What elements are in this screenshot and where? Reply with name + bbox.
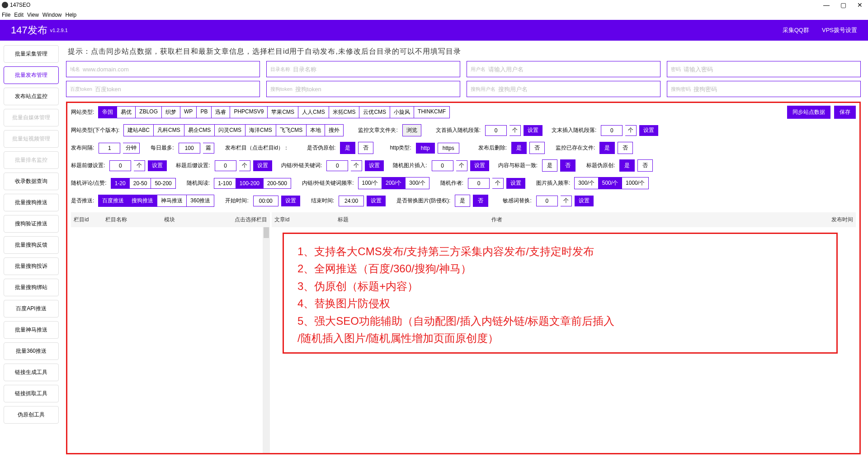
site-type-苹果CMS[interactable]: 苹果CMS (267, 106, 298, 118)
sidebar-item-15[interactable]: 链接生成工具 (4, 364, 59, 381)
site-type-帝国[interactable]: 帝国 (98, 106, 117, 118)
site-type-PHPCMSV9[interactable]: PHPCMSV9 (230, 106, 268, 118)
save-button[interactable]: 保存 (834, 106, 856, 119)
sidebar-item-14[interactable]: 批量360推送 (4, 342, 59, 360)
sidebar-item-5[interactable]: 批量排名监控 (4, 151, 59, 169)
menu-window[interactable]: Window (42, 12, 62, 18)
title-suf-input[interactable] (215, 160, 236, 171)
sensitive-input[interactable] (536, 196, 558, 206)
text-input[interactable] (693, 86, 857, 93)
freq-opt-3[interactable]: 300/个 (405, 177, 429, 189)
https-option[interactable]: https (438, 143, 459, 154)
title-pre-input[interactable] (109, 160, 131, 171)
text-input[interactable] (95, 86, 256, 93)
text-input[interactable] (295, 86, 456, 93)
push-baidu[interactable]: 百度推送 (98, 195, 128, 207)
window-minimize[interactable]: — (823, 1, 830, 9)
title-fake-no[interactable]: 否 (637, 159, 653, 172)
end-time-input[interactable] (339, 196, 364, 206)
next-type-飞飞CMS[interactable]: 飞飞CMS (276, 124, 307, 136)
title-pre-set[interactable]: 设置 (148, 160, 167, 171)
site-type-迅睿[interactable]: 迅睿 (211, 106, 230, 118)
text-input[interactable] (684, 66, 857, 73)
next-type-建站ABC[interactable]: 建站ABC (123, 124, 154, 136)
replace-img-yes[interactable]: 是 (455, 195, 470, 207)
menu-file[interactable]: File (2, 12, 10, 18)
link-vps-dial[interactable]: VPS拨号设置 (822, 26, 857, 34)
img-freq-opt-2[interactable]: 500/个 (598, 177, 622, 189)
site-type-PB[interactable]: PB (196, 106, 212, 118)
rand-author-set[interactable]: 设置 (506, 178, 525, 189)
del-after-yes[interactable]: 是 (511, 142, 527, 154)
title-suf-set[interactable]: 设置 (253, 160, 272, 171)
sidebar-item-17[interactable]: 伪原创工具 (4, 406, 59, 424)
sidebar-item-9[interactable]: 批量搜狗反馈 (4, 236, 59, 254)
sidebar-item-4[interactable]: 批量短视频管理 (4, 130, 59, 148)
rand-img-input[interactable] (432, 160, 453, 171)
front-insert-set[interactable]: 设置 (524, 125, 542, 136)
title-fake-yes[interactable]: 是 (619, 159, 635, 172)
push-360[interactable]: 360推送 (186, 195, 214, 207)
sidebar-item-16[interactable]: 链接抓取工具 (4, 385, 59, 402)
rand-author-input[interactable] (468, 178, 490, 189)
comment-opt-2[interactable]: 20-50 (129, 178, 151, 189)
site-type-小旋风[interactable]: 小旋风 (390, 106, 414, 118)
site-type-织梦[interactable]: 织梦 (161, 106, 180, 118)
site-type-WP[interactable]: WP (180, 106, 197, 118)
comment-opt-1[interactable]: 1-20 (111, 178, 130, 189)
img-freq-opt-3[interactable]: 1000/个 (622, 177, 649, 189)
start-time-input[interactable] (253, 196, 278, 206)
interval-input[interactable] (99, 143, 120, 154)
end-insert-input[interactable] (601, 125, 623, 136)
fake-orig-yes[interactable]: 是 (340, 142, 355, 154)
sidebar-item-13[interactable]: 批量神马推送 (4, 321, 59, 339)
next-type-易企CMS[interactable]: 易企CMS (184, 124, 215, 136)
monitor-exist-no[interactable]: 否 (618, 142, 633, 154)
site-type-THINKCMF[interactable]: THINKCMF (414, 106, 450, 118)
freq-opt-1[interactable]: 100/个 (358, 177, 382, 189)
menu-edit[interactable]: Edit (14, 12, 24, 18)
sidebar-item-2[interactable]: 发布站点监控 (4, 88, 59, 105)
text-input[interactable] (83, 66, 256, 73)
read-opt-1[interactable]: 1-100 (214, 178, 236, 189)
freq-opt-2[interactable]: 200/个 (382, 177, 406, 189)
next-type-海洋CMS[interactable]: 海洋CMS (245, 124, 276, 136)
rand-img-set[interactable]: 设置 (470, 160, 489, 171)
text-input[interactable] (293, 66, 456, 73)
site-type-云优CMS[interactable]: 云优CMS (359, 106, 390, 118)
read-opt-3[interactable]: 200-500 (263, 178, 291, 189)
title-match-no[interactable]: 否 (560, 159, 576, 172)
sidebar-item-12[interactable]: 百度API推送 (4, 300, 59, 318)
browse-button[interactable]: 浏览 (402, 124, 421, 136)
push-sogou[interactable]: 搜狗推送 (127, 195, 157, 207)
read-opt-2[interactable]: 100-200 (236, 178, 264, 189)
title-match-yes[interactable]: 是 (542, 159, 557, 172)
end-insert-set[interactable]: 设置 (639, 125, 658, 136)
sync-site-button[interactable]: 同步站点数据 (787, 106, 830, 119)
site-type-人人CMS[interactable]: 人人CMS (298, 106, 329, 118)
menu-view[interactable]: View (27, 12, 39, 18)
fake-orig-no[interactable]: 否 (358, 142, 373, 154)
next-type-本地[interactable]: 本地 (306, 124, 325, 136)
sidebar-item-0[interactable]: 批量采集管理 (4, 45, 59, 63)
sidebar-item-1[interactable]: 批量发布管理 (4, 66, 59, 84)
site-type-ZBLOG[interactable]: ZBLOG (135, 106, 162, 118)
http-option[interactable]: http (416, 143, 435, 154)
front-insert-input[interactable] (485, 125, 507, 136)
sensitive-set[interactable]: 设置 (575, 196, 594, 206)
img-freq-opt-1[interactable]: 300/个 (574, 177, 598, 189)
menu-help[interactable]: Help (66, 12, 77, 18)
sidebar-item-7[interactable]: 批量搜狗推送 (4, 194, 59, 211)
sidebar-item-8[interactable]: 搜狗验证推送 (4, 215, 59, 233)
next-type-搜外[interactable]: 搜外 (325, 124, 344, 136)
push-shenma[interactable]: 神马推送 (157, 195, 187, 207)
sidebar-item-10[interactable]: 批量搜狗投诉 (4, 257, 59, 275)
site-type-易优[interactable]: 易优 (117, 106, 136, 118)
scrollbar[interactable] (263, 227, 270, 453)
daily-max-input[interactable] (179, 143, 200, 154)
text-input[interactable] (498, 86, 656, 93)
sidebar-item-3[interactable]: 批量自媒体管理 (4, 109, 59, 126)
site-type-米拓CMS[interactable]: 米拓CMS (329, 106, 360, 118)
inout-link-set[interactable]: 设置 (365, 160, 384, 171)
start-time-set[interactable]: 设置 (281, 196, 300, 206)
